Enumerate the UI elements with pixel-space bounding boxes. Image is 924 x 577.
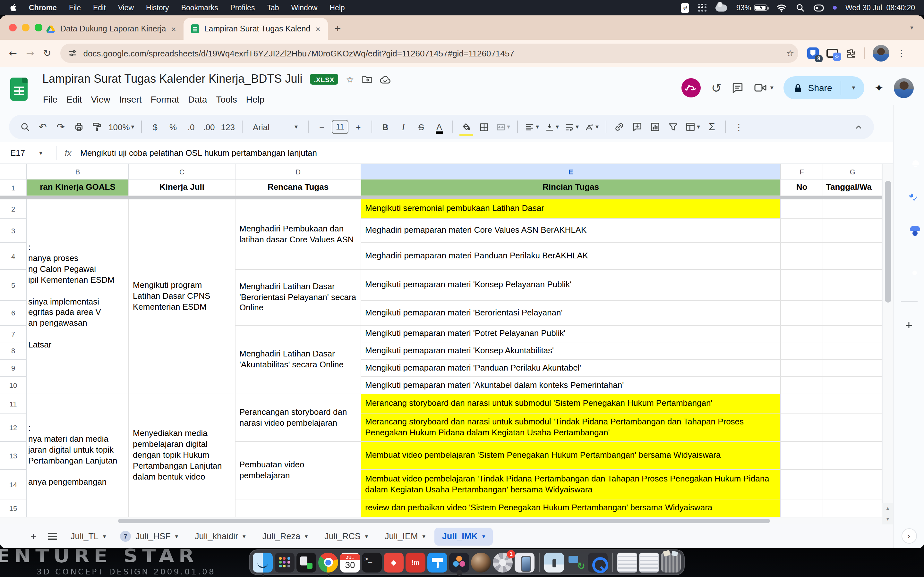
browser-profile-avatar[interactable] — [872, 45, 889, 61]
cell-G13[interactable] — [823, 442, 882, 470]
wifi-icon[interactable] — [776, 3, 787, 12]
cell-E10[interactable]: Mengikuti pemaparan materi 'Akuntabel da… — [361, 377, 781, 394]
gemini-sparkle-icon[interactable]: ✦ — [875, 81, 884, 94]
cell-F1[interactable]: No — [781, 179, 823, 196]
cell-E1[interactable]: Rincian Tugas — [361, 179, 781, 196]
menubar-item-profiles[interactable]: Profiles — [230, 4, 255, 11]
cell-F3[interactable] — [781, 219, 823, 243]
back-button[interactable]: ← — [9, 47, 17, 59]
row-header-5[interactable]: 5 — [0, 270, 27, 301]
cell-D15[interactable] — [236, 500, 361, 517]
menu-tools[interactable]: Tools — [212, 92, 241, 106]
row-header-9[interactable]: 9 — [0, 359, 27, 377]
extension-tab-icon[interactable]: ☆ — [826, 49, 838, 58]
column-header-C[interactable]: C — [129, 164, 236, 179]
cell-E4[interactable]: Meghadiri pemaparan materi Panduan Peril… — [361, 243, 781, 270]
menubar-item-tab[interactable]: Tab — [267, 4, 279, 11]
row-header-10[interactable]: 10 — [0, 377, 27, 394]
sheet-tab-juli-tl[interactable]: Juli_TL▼ — [63, 527, 113, 545]
cell-D1[interactable]: Rencana Tugas — [236, 179, 361, 196]
cell-G14[interactable] — [823, 470, 882, 500]
cell-G11[interactable] — [823, 394, 882, 414]
cloud-saved-icon[interactable] — [380, 75, 391, 84]
row-header-15[interactable]: 15 — [0, 500, 27, 517]
terminal-icon[interactable]: >_ — [362, 552, 382, 572]
cell-E7[interactable]: Mengikuti pemaparan materi 'Potret Pelay… — [361, 326, 781, 342]
font-select[interactable]: Arial▼ — [248, 119, 303, 135]
horizontal-scrollbar[interactable] — [0, 517, 882, 524]
minimized-window-icon[interactable] — [639, 552, 659, 572]
menubar-item-file[interactable]: File — [69, 4, 81, 11]
column-header-F[interactable]: F — [781, 164, 823, 179]
meet-button[interactable]: ▼ — [754, 83, 774, 93]
undo-button[interactable]: ↶ — [35, 119, 51, 135]
hide-menus-button[interactable] — [850, 119, 866, 135]
menubar-item-help[interactable]: Help — [330, 4, 344, 11]
column-header-E[interactable]: E — [361, 164, 781, 179]
cell-E12[interactable]: Merancang storyboard dan narasi untuk su… — [361, 414, 781, 442]
menu-format[interactable]: Format — [146, 92, 184, 106]
account-avatar[interactable] — [894, 78, 914, 98]
aperture-app-icon[interactable]: 1 — [493, 552, 513, 572]
cell-F10[interactable] — [781, 377, 823, 394]
sheet-tab-juli-imk[interactable]: Juli_IMK▼ — [435, 527, 493, 545]
menubar-item-window[interactable]: Window — [291, 4, 318, 11]
scroll-arrows[interactable]: ▲▼ — [882, 503, 893, 524]
cell-D13-D14[interactable]: Pembuatan video pembelajaran — [236, 442, 361, 500]
trash-icon[interactable] — [661, 552, 681, 572]
column-header-G[interactable]: G — [823, 164, 882, 179]
bookmark-star-icon[interactable]: ☆ — [786, 48, 794, 58]
all-sheets-button[interactable] — [44, 533, 61, 540]
cell-E5[interactable]: Mengikuti pemaparan materi 'Konsep Pelay… — [361, 270, 781, 301]
text-color-button[interactable]: A — [431, 119, 447, 135]
cell-B11-B15[interactable]: : nya materi dan media jaran digital unt… — [27, 394, 129, 517]
add-sheet-button[interactable]: + — [24, 530, 42, 542]
extension-animal-icon[interactable] — [682, 78, 701, 97]
share-button[interactable]: Share ▼ — [784, 76, 864, 99]
cell-E11[interactable]: Merancang storyboard dan narasi untuk su… — [361, 394, 781, 414]
cell-E8[interactable]: Mengikuti pemaparan materi 'Konsep Akunt… — [361, 342, 781, 359]
row-header-8[interactable]: 8 — [0, 342, 27, 359]
address-bar[interactable]: docs.google.com/spreadsheets/d/19Wq4exrf… — [60, 44, 798, 63]
bold-button[interactable]: B — [377, 119, 393, 135]
menu-edit[interactable]: Edit — [62, 92, 86, 106]
more-formats-button[interactable]: 123 — [219, 119, 237, 135]
zoom-window-button[interactable] — [35, 24, 42, 31]
print-button[interactable] — [71, 119, 87, 135]
frozen-row-divider[interactable] — [0, 196, 882, 199]
name-box[interactable]: E17 ▼ — [0, 148, 57, 158]
url-text[interactable]: docs.google.com/spreadsheets/d/19Wq4exrf… — [83, 48, 780, 58]
star-document-icon[interactable]: ☆ — [346, 74, 354, 84]
comments-icon[interactable] — [732, 82, 744, 94]
cell-F6[interactable] — [781, 301, 823, 326]
cell-F9[interactable] — [781, 359, 823, 377]
strikethrough-button[interactable]: S — [413, 119, 429, 135]
chrome-dock-icon[interactable] — [318, 552, 338, 572]
fill-color-button[interactable] — [458, 119, 474, 135]
browser-tab-drive[interactable]: Data Dukung Laporan Kinerja × — [39, 18, 184, 40]
row-header-13[interactable]: 13 — [0, 442, 27, 470]
cell-E15[interactable]: review dan perbaikan video 'Sistem Peneg… — [361, 500, 781, 517]
cell-F13[interactable] — [781, 442, 823, 470]
screen-mirroring-icon[interactable]: ⇄ — [681, 3, 690, 13]
menubar-item-bookmarks[interactable]: Bookmarks — [181, 4, 218, 11]
spotlight-icon[interactable] — [795, 3, 804, 12]
cell-E6[interactable]: Mengikuti pemaparan materi 'Berorientasi… — [361, 301, 781, 326]
row-header-2[interactable]: 2 — [0, 199, 27, 219]
sheet-tab-juli-khaidir[interactable]: Juli_khaidir▼ — [187, 527, 253, 545]
planet-app-icon[interactable] — [471, 552, 491, 572]
tab-search-icon[interactable]: ▼ — [906, 22, 918, 33]
red-m-app-icon[interactable]: !m — [405, 552, 425, 572]
font-size-input[interactable]: 11 — [332, 120, 349, 134]
functions-button[interactable]: Σ — [704, 119, 720, 135]
horizontal-scrollbar-thumb[interactable] — [118, 519, 770, 523]
close-window-button[interactable] — [9, 24, 17, 31]
increase-decimal-button[interactable]: .00 — [201, 119, 217, 135]
create-filter-button[interactable] — [666, 119, 682, 135]
sheet-tab-juli-reza[interactable]: Juli_Reza▼ — [254, 527, 315, 545]
row-header-4[interactable]: 4 — [0, 243, 27, 270]
toolbar-search-button[interactable] — [17, 119, 33, 135]
zoom-select[interactable]: 100%▼ — [107, 119, 136, 135]
cell-F15[interactable] — [781, 500, 823, 517]
sheet-tab-juli-hsf[interactable]: 7Juli_HSF▼ — [115, 527, 186, 545]
